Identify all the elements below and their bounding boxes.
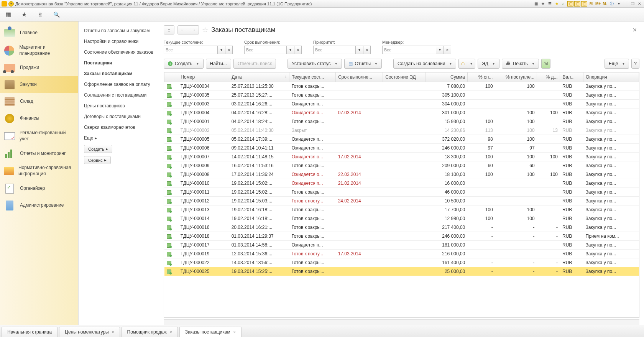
nav-item-9[interactable]: Органайзер	[0, 180, 78, 197]
column-header-11[interactable]: Операция	[583, 72, 639, 82]
filter-priority-input[interactable]	[313, 46, 355, 54]
table-row[interactable]: ТДЦУ-00000104.02.2014 18:24:...Готов к з…	[164, 117, 639, 126]
cancel-search-button[interactable]: Отменить поиск	[233, 59, 276, 69]
table-row[interactable]: ТДЦУ-00003425.07.2013 11:25:00Готов к за…	[164, 82, 639, 91]
back-button[interactable]: ←	[177, 25, 188, 35]
nav-item-6[interactable]: Регламентированный учет	[0, 127, 78, 145]
column-header-3[interactable]: Текущее сост...	[289, 72, 336, 82]
column-header-2[interactable]: Дата↓	[229, 72, 289, 82]
tb-icon-1[interactable]: ▦	[533, 1, 539, 7]
nav-item-4[interactable]: Склад	[0, 93, 78, 110]
table-row[interactable]: ТДЦУ-00000404.02.2014 16:28:...Ожидается…	[164, 108, 639, 117]
subnav-item-6[interactable]: Соглашения с поставщиками	[79, 90, 159, 100]
horizontal-scrollbar[interactable]	[164, 319, 639, 325]
filter-due-input[interactable]	[244, 46, 286, 54]
attach-button[interactable]: 🗀▼	[458, 59, 475, 69]
subnav-item-1[interactable]: Настройки и справочники	[79, 36, 159, 47]
nav-item-2[interactable]: Продажи	[0, 59, 78, 76]
window-tab-3[interactable]: Заказы поставщикам×	[179, 327, 242, 337]
window-tab-1[interactable]: Цены номенклатуры×	[59, 327, 120, 337]
nav-item-8[interactable]: Нормативно-справочная информация	[0, 162, 78, 180]
filter-manager-dropdown[interactable]: ▼	[436, 46, 444, 54]
column-header-8[interactable]: % поступле...	[495, 72, 537, 82]
apps-grid-icon[interactable]: ▦	[4, 10, 12, 19]
filter-priority-clear[interactable]: ×	[363, 46, 371, 54]
forward-button[interactable]: →	[188, 25, 199, 35]
subnav-item-0[interactable]: Отчеты по запасам и закупкам	[79, 25, 159, 36]
more-button[interactable]: Еще▼	[605, 59, 629, 69]
tab-close-icon[interactable]: ×	[112, 330, 114, 334]
subnav-create-button[interactable]: Создать ▸	[84, 145, 112, 153]
subnav-item-9[interactable]: Сверки взаиморасчетов	[79, 122, 159, 133]
search-icon[interactable]: 🔍	[52, 10, 61, 19]
tb-icon-w2[interactable]: ▢	[574, 1, 580, 7]
app-menu-icon[interactable]: ▾	[8, 1, 14, 7]
table-row[interactable]: ТДЦУ-00000303.02.2014 16:26:...Ожидается…	[164, 100, 639, 108]
reports-button[interactable]: ▤Отчеты▼	[344, 59, 382, 69]
nav-item-1[interactable]: Маркетинг и планирование	[0, 41, 78, 59]
subnav-service-button[interactable]: Сервис ▸	[84, 156, 111, 164]
help-button[interactable]: ?	[631, 59, 639, 69]
table-row[interactable]: ТДЦУ-00000817.02.2014 11:36:24Ожидается …	[164, 170, 639, 179]
print-button[interactable]: 🖶Печать▼	[502, 59, 539, 69]
nav-item-0[interactable]: Главное	[0, 25, 78, 41]
filter-state-dropdown[interactable]: ▼	[217, 46, 225, 54]
table-row[interactable]: ТДЦУ-00000609.02.2014 10:41:11Ожидается …	[164, 144, 639, 153]
table-row[interactable]: ТДЦУ-00001019.02.2014 15:02:...Ожидается…	[164, 179, 639, 188]
favorite-star-icon[interactable]: ☆	[202, 26, 208, 34]
favorites-star-icon[interactable]: ★	[20, 10, 28, 19]
home-button[interactable]: ⌂	[164, 25, 174, 35]
table-row[interactable]: ТДЦУ-00000505.02.2014 17:39:...Ожидается…	[164, 135, 639, 144]
tb-mminus-btn[interactable]: M-	[602, 1, 608, 7]
table-row[interactable]: ТДЦУ-00002519.03.2014 15:25:...Готов к з…	[164, 267, 639, 276]
tb-icon-2[interactable]: ❖	[540, 1, 546, 7]
filter-due-clear[interactable]: ×	[294, 46, 302, 54]
tb-icon-w3[interactable]: ▢	[581, 1, 587, 7]
subnav-more[interactable]: Еще ▸	[79, 133, 159, 143]
clipboard-icon[interactable]: ⎘	[36, 10, 44, 19]
tb-info-icon[interactable]: ⓘ	[609, 1, 615, 7]
tb-icon-w1[interactable]: ▢	[567, 1, 573, 7]
table-row[interactable]: ТДЦУ-00001119.02.2014 15:02:...Готов к з…	[164, 188, 639, 197]
create-on-basis-button[interactable]: Создать на основании▼	[393, 59, 456, 69]
column-header-0[interactable]	[164, 72, 178, 82]
subnav-item-2[interactable]: Состояние обеспечения заказов	[79, 47, 159, 58]
tab-close-icon[interactable]: ×	[170, 330, 172, 334]
create-button[interactable]: +Создать▼	[164, 59, 204, 69]
filter-due-dropdown[interactable]: ▼	[286, 46, 294, 54]
filter-priority-dropdown[interactable]: ▼	[355, 46, 363, 54]
filter-manager-input[interactable]	[382, 46, 436, 54]
table-row[interactable]: ТДЦУ-00002214.03.2014 13:56:...Готов к з…	[164, 258, 639, 267]
subnav-item-5[interactable]: Оформление заявок на оплату	[79, 79, 159, 90]
table-row[interactable]: ТДЦУ-00001419.02.2014 16:18:...Готов к з…	[164, 214, 639, 223]
export-button[interactable]: ⇲	[541, 59, 550, 69]
table-row[interactable]: ТДЦУ-00000205.02.2014 11:40:30Закрыт14 2…	[164, 126, 639, 135]
window-close-icon[interactable]: ✕	[636, 1, 642, 7]
subnav-item-4[interactable]: Заказы поставщикам	[79, 68, 159, 79]
tb-info-dd[interactable]: ▾	[616, 1, 622, 7]
table-row[interactable]: ТДЦУ-00001912.03.2014 15:36:...Готов к п…	[164, 250, 639, 258]
subnav-item-7[interactable]: Цены поставщиков	[79, 100, 159, 111]
tb-mplus-btn[interactable]: M+	[595, 1, 601, 7]
close-page-icon[interactable]: ✕	[630, 27, 639, 33]
table-row[interactable]: ТДЦУ-00001620.02.2014 16:21:...Готов к з…	[164, 223, 639, 232]
window-maximize-icon[interactable]: ❐	[629, 1, 636, 7]
nav-item-3[interactable]: Закупки	[0, 76, 78, 93]
column-header-7[interactable]: % оп...	[467, 72, 495, 82]
column-header-4[interactable]: Срок выполне...	[336, 72, 383, 82]
tb-icon-home[interactable]: ⌂	[560, 1, 567, 7]
column-header-5[interactable]: Состояние ЭД	[383, 72, 426, 82]
filter-state-clear[interactable]: ×	[225, 46, 233, 54]
table-row[interactable]: ТДЦУ-00001701.03.2014 14:58:...Ожидается…	[164, 241, 639, 250]
filter-manager-clear[interactable]: ×	[444, 46, 451, 54]
window-tab-2[interactable]: Помощник продаж×	[122, 327, 178, 337]
column-header-9[interactable]: % д...	[537, 72, 560, 82]
filter-state-input[interactable]	[164, 46, 217, 54]
nav-item-7[interactable]: Отчеты и мониторинг	[0, 145, 78, 162]
tb-icon-3[interactable]: ☰	[547, 1, 553, 7]
table-row[interactable]: ТДЦУ-00001219.02.2014 15:03:...Готов к п…	[164, 197, 639, 205]
subnav-item-8[interactable]: Договоры с поставщиками	[79, 111, 159, 122]
tab-close-icon[interactable]: ×	[233, 330, 236, 334]
tb-m-btn[interactable]: M	[588, 1, 594, 7]
table-row[interactable]: ТДЦУ-00003525.07.2013 15:27:...Готов к з…	[164, 91, 639, 100]
